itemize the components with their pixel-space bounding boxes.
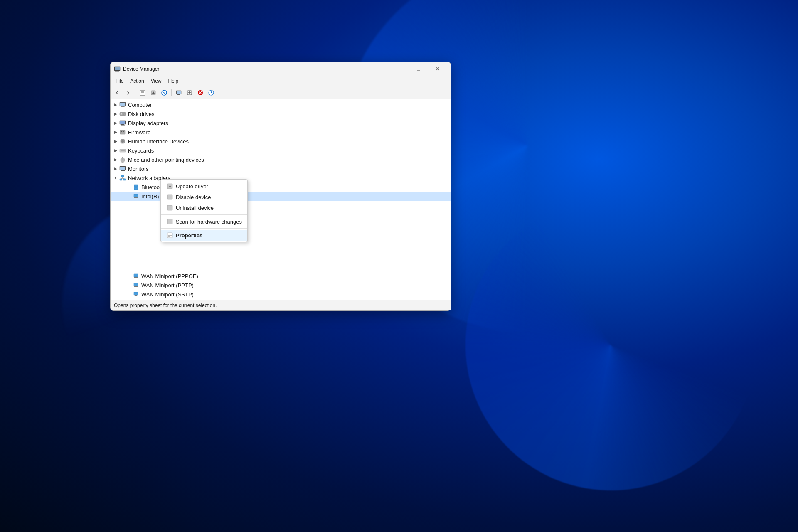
expander-mice[interactable]: ▶: [112, 156, 119, 163]
toolbar-properties[interactable]: [138, 88, 148, 98]
expander-display[interactable]: ▶: [112, 120, 119, 126]
window-controls: ─ □ ✕: [390, 62, 447, 76]
svg-rect-64: [134, 194, 138, 197]
icon-hid: [119, 138, 126, 145]
toolbar-computer[interactable]: [174, 88, 184, 98]
ctx-update-driver[interactable]: Update driver: [161, 181, 247, 192]
svg-rect-53: [120, 167, 125, 170]
tree-item-hid[interactable]: ▶ Human Interface Devices: [111, 137, 451, 146]
expander-firmware[interactable]: ▶: [112, 129, 119, 135]
window-title: Device Manager: [123, 66, 390, 72]
svg-rect-63: [134, 187, 138, 190]
expander-computer[interactable]: ▶: [112, 101, 119, 108]
toolbar-back[interactable]: [112, 88, 122, 98]
svg-point-24: [211, 92, 212, 93]
ctx-scan-hardware[interactable]: Scan for hardware changes: [161, 216, 247, 227]
svg-rect-58: [123, 179, 126, 180]
icon-wan-pppoe: [132, 273, 140, 279]
expander-hid[interactable]: ▶: [112, 138, 119, 145]
tree-item-mice[interactable]: ▶ Mice and other pointing devices: [111, 155, 451, 164]
tree-item-print[interactable]: ▶ Print queues: [111, 299, 451, 300]
toolbar-remove[interactable]: [195, 88, 205, 98]
svg-rect-73: [134, 292, 138, 295]
toolbar-scan[interactable]: [206, 88, 216, 98]
device-manager-window: Device Manager ─ □ ✕ File Action View He…: [110, 62, 451, 311]
svg-rect-12: [177, 91, 181, 94]
toolbar-sep-2: [171, 89, 172, 96]
ctx-uninstall-icon: [166, 204, 174, 211]
svg-rect-34: [120, 121, 125, 124]
svg-rect-74: [135, 295, 137, 296]
tree-item-display[interactable]: ▶ Display adapters: [111, 118, 451, 128]
toolbar-update[interactable]: [148, 88, 158, 98]
svg-rect-27: [121, 106, 124, 107]
minimize-button[interactable]: ─: [390, 62, 409, 76]
close-button[interactable]: ✕: [428, 62, 447, 76]
ctx-sep-2: [161, 228, 247, 229]
svg-rect-3: [115, 71, 119, 71]
expander-network[interactable]: ▼: [112, 175, 119, 181]
tree-item-firmware[interactable]: ▶ Firmware: [111, 128, 451, 137]
icon-firmware: [119, 129, 126, 135]
label-disk: Disk drives: [128, 111, 155, 117]
menu-view[interactable]: View: [148, 77, 165, 85]
svg-rect-72: [134, 286, 138, 287]
ctx-properties[interactable]: Properties: [161, 230, 247, 241]
icon-disk: [119, 111, 126, 117]
toolbar-forward[interactable]: [123, 88, 133, 98]
svg-rect-54: [121, 170, 124, 170]
svg-rect-96: [167, 195, 172, 200]
toolbar-help[interactable]: ?: [159, 88, 169, 98]
tree-item-wan-pptp[interactable]: ▶ WAN Miniport (PPTP): [111, 281, 451, 290]
svg-rect-98: [167, 219, 172, 224]
svg-point-30: [121, 113, 122, 115]
tree-item-monitors[interactable]: ▶ Monitors: [111, 164, 451, 173]
label-monitors: Monitors: [128, 166, 149, 172]
label-computer: Computer: [128, 102, 152, 108]
icon-wan-sstp: [132, 291, 140, 298]
svg-rect-40: [121, 133, 124, 133]
expander-disk[interactable]: ▶: [112, 111, 119, 117]
svg-rect-71: [135, 286, 137, 286]
tree-item-disk[interactable]: ▶ Disk drives: [111, 109, 451, 118]
ctx-scan-label: Scan for hardware changes: [176, 219, 242, 225]
label-hid: Human Interface Devices: [128, 138, 189, 145]
tree-item-wan-sstp[interactable]: ▶ WAN Miniport (SSTP): [111, 290, 451, 299]
svg-rect-66: [134, 197, 138, 198]
ctx-update-label: Update driver: [176, 183, 208, 190]
svg-rect-14: [177, 94, 180, 95]
menu-help[interactable]: Help: [165, 77, 182, 85]
svg-rect-62: [134, 185, 138, 187]
maximize-button[interactable]: □: [409, 62, 428, 76]
menu-bar: File Action View Help: [111, 76, 451, 86]
icon-network: [119, 175, 126, 181]
status-text: Opens property sheet for the current sel…: [114, 303, 217, 308]
status-bar: Opens property sheet for the current sel…: [111, 300, 451, 310]
svg-rect-28: [121, 107, 125, 107]
tree-item-wan-pppoe[interactable]: ▶ WAN Miniport (PPPOE): [111, 271, 451, 281]
ctx-disable-device[interactable]: Disable device: [161, 192, 247, 202]
tree-item-computer[interactable]: ▶ Computer: [111, 100, 451, 109]
expander-monitors[interactable]: ▶: [112, 165, 119, 172]
svg-rect-26: [120, 103, 125, 106]
tree-item-keyboards[interactable]: ▶ Keyboards: [111, 146, 451, 155]
menu-action[interactable]: Action: [127, 77, 147, 85]
ctx-properties-icon: [166, 232, 174, 239]
menu-file[interactable]: File: [112, 77, 127, 85]
svg-rect-44: [120, 150, 121, 150]
svg-rect-36: [121, 125, 125, 126]
svg-rect-1: [115, 67, 120, 70]
svg-point-51: [122, 157, 123, 158]
svg-rect-56: [121, 175, 124, 177]
ctx-uninstall-device[interactable]: Uninstall device: [161, 202, 247, 213]
svg-rect-47: [124, 150, 125, 150]
icon-keyboards: [119, 147, 126, 154]
toolbar-hardware[interactable]: [185, 88, 195, 98]
toolbar-sep-1: [135, 89, 135, 96]
app-icon: [114, 66, 121, 72]
svg-rect-55: [121, 170, 125, 171]
svg-rect-65: [135, 197, 137, 197]
svg-rect-48: [121, 151, 125, 152]
expander-keyboards[interactable]: ▶: [112, 147, 119, 154]
svg-rect-39: [123, 131, 124, 132]
